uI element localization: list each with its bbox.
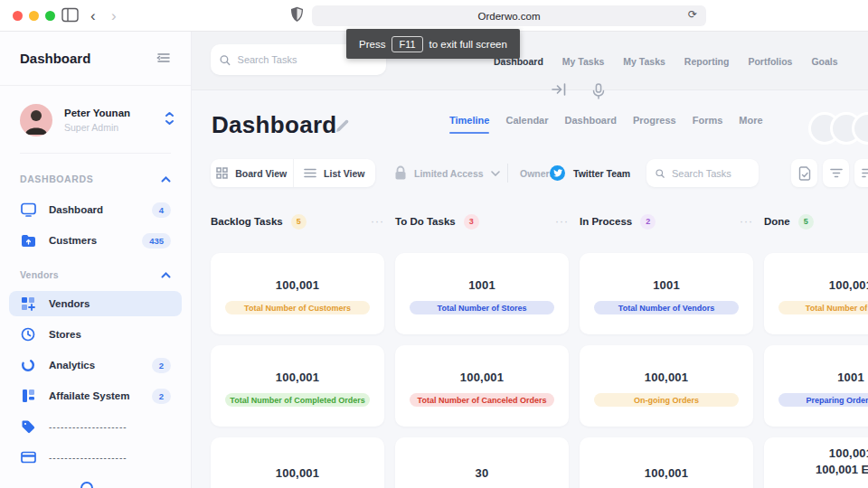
metric-card[interactable]: 100,001 Total Number of Customers (211, 253, 384, 334)
browser-forward-icon[interactable]: › (111, 8, 117, 24)
sidebar-item-stores[interactable]: Stores (9, 322, 182, 347)
sidebar-item-placeholder-1[interactable]: -------------------- (9, 414, 182, 439)
tab-calendar[interactable]: Calendar (505, 115, 548, 134)
nav-link-reporting[interactable]: Reporting (684, 56, 730, 67)
sidebar-item-vendors[interactable]: Vendors (9, 291, 182, 316)
sidebar-item-affailate-system[interactable]: Affailate System 2 (9, 383, 182, 408)
metric-card[interactable]: 100,001 On-going Orders (580, 345, 753, 427)
metric-card[interactable]: 100,001 (580, 437, 753, 488)
tab-dashboard[interactable]: Dashboard (565, 115, 617, 134)
metric-value: 1001 (837, 371, 864, 384)
column-menu-icon[interactable]: ··· (371, 215, 384, 228)
clock-icon (20, 327, 36, 342)
donut-chart-icon (20, 358, 36, 372)
browser-chrome: ‹ › Orderwo.com ⟳ (0, 0, 868, 32)
sort-button[interactable] (854, 159, 868, 187)
lock-icon (394, 165, 407, 181)
metric-value: 30 (476, 466, 489, 480)
user-name: Peter Younan (64, 108, 165, 118)
user-switch-icon[interactable] (165, 111, 175, 129)
edit-title-icon[interactable] (335, 118, 350, 137)
metric-value: 100,001 (276, 466, 319, 480)
filter-button[interactable] (823, 159, 849, 187)
metric-label-pill: Total Number of Vendors (594, 301, 739, 314)
sidebar-collapse-icon[interactable] (156, 51, 171, 67)
column-count-badge: 2 (640, 214, 656, 230)
metric-value: 100,001 (276, 278, 319, 292)
metric-label-pill: Total Number of Stores (410, 301, 554, 314)
board-view-button[interactable]: Board View (211, 159, 293, 187)
tab-more[interactable]: More (739, 115, 762, 134)
section-dashboards-label: DASHBOARDS (20, 174, 93, 184)
close-window-button[interactable] (13, 11, 23, 21)
metric-card[interactable]: 100,001 (211, 437, 384, 488)
nav-link-my-tasks-1[interactable]: My Tasks (562, 56, 605, 67)
task-check-button[interactable] (791, 159, 817, 187)
item-badge: 2 (152, 358, 171, 373)
tab-timeline[interactable]: Timeline (449, 115, 489, 134)
sidebar-item-label: Vendors (49, 298, 171, 309)
column-in-process: In Process 2 ··· 1001 Total Number of Ve… (580, 212, 753, 488)
tab-progress[interactable]: Progress (633, 115, 676, 134)
metric-card[interactable]: 30 (395, 437, 569, 488)
enter-search-icon[interactable] (552, 82, 567, 100)
zoom-window-button[interactable] (45, 11, 55, 21)
nav-link-my-tasks-2[interactable]: My Tasks (623, 56, 665, 67)
column-to-do-tasks: To Do Tasks 3 ··· 1001 Total Number of S… (395, 212, 569, 488)
metric-card[interactable]: 100,001 100,001 EGP (764, 437, 868, 488)
metric-value: 100,001 (645, 466, 688, 480)
address-bar[interactable]: Orderwo.com ⟳ (312, 5, 706, 26)
kanban-board: Backlog Tasks 5 ··· 100,001 Total Number… (211, 212, 868, 488)
nav-link-portfolios[interactable]: Portfolios (748, 56, 792, 67)
metric-card[interactable]: 100,001 Total Number of Canceled Orders (395, 345, 569, 427)
f11-key-badge: F11 (392, 36, 422, 52)
sidebar-item-label: Analytics (49, 360, 152, 371)
tasks-search-input[interactable] (672, 168, 750, 179)
column-menu-icon[interactable]: ··· (740, 215, 753, 228)
item-badge: 2 (152, 389, 171, 404)
filter-icon (830, 168, 843, 178)
team-avatars[interactable] (808, 112, 868, 145)
sidebar-item-dashboard[interactable]: Dashboard 4 (9, 197, 182, 222)
toolbar-divider (507, 164, 508, 183)
tasks-search[interactable] (646, 159, 759, 187)
tab-forms[interactable]: Forms (693, 115, 723, 134)
minimize-window-button[interactable] (29, 11, 39, 21)
metric-card[interactable]: 1001 Preparing Order Status (764, 345, 868, 427)
user-profile[interactable]: Peter Younan Super Admin (0, 86, 191, 136)
metric-card[interactable]: 1001 Total Number of Vendors (580, 253, 753, 334)
avatar (20, 104, 52, 136)
top-navigation: Dashboard My Tasks My Tasks Reporting Po… (494, 32, 838, 90)
metric-card[interactable]: 1001 Total Number of Stores (395, 253, 569, 334)
column-menu-icon[interactable]: ··· (555, 215, 569, 228)
window-controls (13, 11, 55, 21)
column-backlog-tasks: Backlog Tasks 5 ··· 100,001 Total Number… (211, 212, 384, 488)
metric-label-pill: On-going Orders (594, 393, 739, 407)
section-vendors[interactable]: Vendors (0, 269, 191, 280)
view-switcher: Board View List View (211, 159, 375, 187)
column-count-badge: 5 (291, 214, 307, 230)
browser-back-icon[interactable]: ‹ (90, 8, 96, 24)
monitor-icon (20, 202, 36, 217)
team-owner[interactable]: Twitter Team (550, 159, 630, 187)
metric-card[interactable]: 100,001 Total Number of Completed Orders (211, 345, 384, 427)
board-view-label: Board View (235, 168, 287, 179)
refresh-icon[interactable]: ⟳ (688, 8, 697, 21)
sidebar-item-label: Stores (49, 329, 171, 340)
section-dashboards[interactable]: DASHBOARDS (0, 174, 191, 184)
folder-upload-icon (20, 234, 36, 248)
column-title: To Do Tasks (395, 216, 456, 227)
tooltip-suffix: to exit full screen (429, 39, 507, 50)
nav-link-goals[interactable]: Goals (811, 56, 837, 67)
browser-sidebar-toggle-icon[interactable] (61, 7, 79, 23)
sort-icon (862, 168, 868, 178)
access-dropdown[interactable]: Limited Access (394, 159, 500, 187)
shield-icon[interactable] (290, 6, 304, 23)
sidebar-item-placeholder-2[interactable]: -------------------- (9, 445, 182, 470)
list-view-button[interactable]: List View (293, 159, 376, 187)
metric-card[interactable]: 100,001 Total Number of Orders (764, 253, 868, 334)
metric-value-egp: 100,001 EGP (816, 463, 868, 476)
metric-value: 1001 (653, 278, 680, 292)
sidebar-item-custmers[interactable]: Custmers 435 (9, 228, 182, 253)
sidebar-item-analytics[interactable]: Analytics 2 (9, 352, 182, 378)
